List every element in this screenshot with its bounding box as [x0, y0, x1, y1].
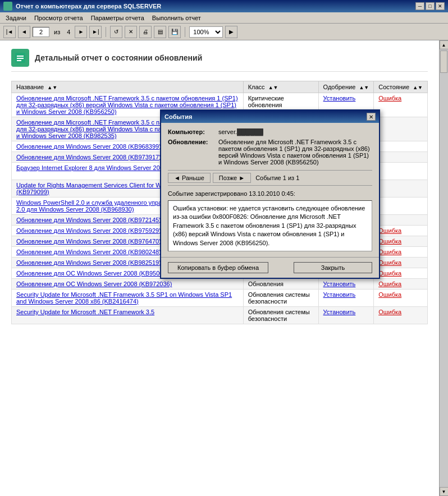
update-name-link[interactable]: Обновление для ОС Windows Server 2008 (K… — [16, 281, 172, 287]
cell-status: Ошибка — [374, 290, 428, 307]
computer-field: Компьютер: server.██████ — [168, 128, 372, 135]
status-link[interactable]: Ошибка — [378, 281, 401, 287]
status-link[interactable]: Ошибка — [378, 238, 401, 245]
event-counter: Событие 1 из 1 — [253, 174, 301, 181]
close-dialog-button[interactable]: Закрыть — [294, 262, 372, 273]
update-name-link[interactable]: Обновление для Windows Server 2008 (KB96… — [16, 143, 161, 150]
status-link[interactable]: Ошибка — [378, 270, 401, 277]
prev-event-button[interactable]: ◄ Раньше — [168, 173, 211, 183]
modal-footer: Копировать в буфер обмена Закрыть — [161, 257, 379, 278]
cell-status: Ошибка — [374, 268, 428, 279]
status-link[interactable]: Ошибка — [378, 249, 401, 255]
status-link[interactable]: Ошибка — [378, 227, 401, 234]
cell-status: Ошибка — [374, 279, 428, 290]
toolbar: |◄ ◄ из 4 ► ►| ↺ ✕ 🖨 ▤ 💾 100% 75% 50% 15… — [0, 24, 448, 40]
menu-view-report[interactable]: Просмотр отчета — [31, 14, 86, 22]
scroll-thumb[interactable] — [440, 50, 447, 73]
update-name-link[interactable]: Обновление для ОС Windows Server 2008 (K… — [16, 270, 172, 277]
cell-approval: Установить — [318, 279, 374, 290]
next-event-button[interactable]: Позже ► — [213, 173, 251, 183]
update-name-link[interactable]: Обновление для Windows Server 2008 (KB97… — [16, 238, 161, 245]
status-link[interactable]: Ошибка — [378, 95, 401, 102]
cell-status — [374, 141, 428, 152]
vertical-scrollbar[interactable]: ▲ ▼ — [439, 40, 448, 496]
update-name-link[interactable]: Браузер Internet Explorer 8 для Windows … — [16, 164, 167, 171]
approval-link[interactable]: Установить — [323, 281, 356, 287]
layout-button[interactable]: ▤ — [154, 26, 166, 38]
cell-status — [374, 163, 428, 180]
svg-rect-3 — [17, 60, 21, 61]
status-link[interactable]: Ошибка — [378, 291, 401, 298]
cell-name: Обновление для ОС Windows Server 2008 (K… — [12, 279, 244, 290]
scroll-up-button[interactable]: ▲ — [440, 40, 449, 49]
cell-name: Security Update for Microsoft .NET Frame… — [12, 307, 244, 324]
table-row: Security Update for Microsoft .NET Frame… — [12, 307, 428, 324]
col-approval[interactable]: Одобрение ▲▼ — [318, 81, 374, 93]
maximize-button[interactable]: □ — [426, 2, 435, 10]
update-name-link[interactable]: Обновление для Windows Server 2008 (KB98… — [16, 249, 161, 255]
scroll-track[interactable] — [440, 49, 448, 487]
toolbar-separator-1 — [106, 27, 106, 37]
menu-report-params[interactable]: Параметры отчета — [88, 14, 148, 22]
sort-status-icon: ▲▼ — [413, 85, 423, 90]
cell-class: Обновления системы безопасности — [243, 290, 318, 307]
approval-link[interactable]: Установить — [323, 291, 356, 298]
svg-rect-2 — [17, 58, 24, 59]
cell-status: Ошибка — [374, 247, 428, 258]
computer-value: server.██████ — [218, 128, 372, 135]
page-number-input[interactable] — [33, 27, 49, 37]
export-button[interactable]: 💾 — [168, 26, 181, 38]
scroll-down-button[interactable]: ▼ — [440, 487, 449, 496]
update-name-link[interactable]: Обновление для Windows Server 2008 (KB98… — [16, 259, 161, 266]
update-name-link[interactable]: Security Update for Microsoft .NET Frame… — [16, 309, 154, 315]
cell-class: Обновления — [243, 279, 318, 290]
col-name[interactable]: Название ▲▼ — [12, 81, 244, 93]
app-icon — [3, 2, 12, 11]
report-icon — [11, 49, 29, 67]
status-link[interactable]: Ошибка — [378, 259, 401, 266]
modal-body: Компьютер: server.██████ Обновление: Обн… — [161, 123, 379, 257]
refresh-button[interactable]: ↺ — [110, 26, 122, 38]
cell-approval: Установить — [318, 290, 374, 307]
menu-run-report[interactable]: Выполнить отчет — [149, 14, 204, 22]
status-link[interactable]: Ошибка — [378, 309, 401, 315]
minimize-button[interactable]: ─ — [415, 2, 424, 10]
approval-link[interactable]: Установить — [323, 95, 356, 102]
sort-name-icon: ▲▼ — [47, 85, 57, 90]
update-name-link[interactable]: Обновление для Windows Server 2008 (KB97… — [16, 217, 161, 223]
next-page-button[interactable]: ► — [75, 26, 87, 38]
modal-nav-bar: ◄ Раньше Позже ► Событие 1 из 1 — [168, 170, 372, 186]
menu-tasks[interactable]: Задачи — [2, 14, 30, 22]
col-class[interactable]: Класс ▲▼ — [243, 81, 318, 93]
modal-close-button[interactable]: ✕ — [367, 113, 376, 121]
modal-title: События — [164, 113, 192, 120]
zoom-select[interactable]: 100% 75% 50% 150% 200% — [189, 26, 223, 38]
page-total: 4 — [65, 29, 72, 35]
sort-class-icon: ▲▼ — [268, 85, 278, 90]
last-page-button[interactable]: ►| — [89, 26, 102, 38]
prev-page-button[interactable]: ◄ — [18, 26, 30, 38]
update-field: Обновление: Обновление для Microsoft .NE… — [168, 139, 372, 166]
update-name-link[interactable]: Обновление для Windows Server 2008 (KB97… — [16, 227, 161, 234]
first-page-button[interactable]: |◄ — [3, 26, 16, 38]
sort-approval-icon: ▲▼ — [359, 85, 369, 90]
approval-link[interactable]: Установить — [323, 309, 356, 315]
modal-title-bar: События ✕ — [161, 111, 379, 123]
zoom-go-button[interactable]: ▶ — [225, 26, 237, 38]
stop-button[interactable]: ✕ — [125, 26, 137, 38]
close-window-button[interactable]: ✕ — [436, 2, 445, 10]
report-header: Детальный отчет о состоянии обновлений — [11, 49, 428, 72]
cell-status: Ошибка — [374, 258, 428, 268]
cell-status: Ошибка — [374, 226, 428, 236]
copy-to-clipboard-button[interactable]: Копировать в буфер обмена — [168, 262, 268, 273]
update-name-link[interactable]: Security Update for Microsoft .NET Frame… — [16, 291, 232, 305]
title-bar-buttons: ─ □ ✕ — [415, 2, 445, 10]
cell-status — [374, 215, 428, 226]
svg-rect-1 — [17, 56, 24, 57]
col-status[interactable]: Состояние ▲▼ — [374, 81, 428, 93]
print-button[interactable]: 🖨 — [139, 26, 152, 38]
cell-status — [374, 180, 428, 198]
event-text: Ошибка установки: не удается установить … — [168, 200, 372, 251]
update-name-link[interactable]: Обновление для Windows Server 2008 (KB97… — [16, 154, 161, 160]
table-row: Security Update for Microsoft .NET Frame… — [12, 290, 428, 307]
